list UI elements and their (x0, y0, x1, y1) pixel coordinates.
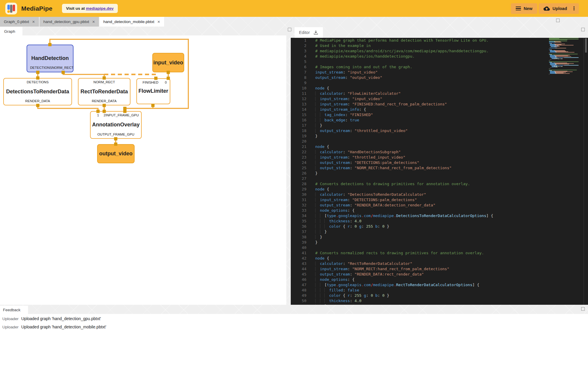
tab-graph[interactable]: Graph (0, 27, 22, 36)
tab-editor[interactable]: Editor (295, 27, 323, 38)
more-options-icon[interactable]: ⋮ (570, 5, 576, 12)
scrollbar-thumb[interactable] (585, 38, 587, 53)
app-title: MediaPipe (21, 5, 53, 12)
feedback-row: Uploader Uploaded graph 'hand_detection_… (0, 316, 588, 325)
in-port-input-frame-gpu[interactable]: INPUT_FRAME_GPU (106, 113, 139, 117)
cloud-upload-icon (543, 6, 550, 11)
graph-node-input-video[interactable]: input_video (152, 53, 184, 72)
mediapipe-dev-link[interactable]: mediapipe.dev (86, 6, 114, 11)
graph-tab-label: Graph (4, 29, 15, 34)
out-port-render-data[interactable]: RENDER_DATA (92, 99, 117, 103)
close-icon[interactable]: ✕ (157, 20, 160, 24)
code-lines[interactable]: # MediaPipe graph that performs hand det… (315, 38, 493, 305)
expand-editor-icon[interactable] (581, 28, 585, 31)
file-tab-label: hand_detection_gpu.pbtxt (43, 19, 89, 24)
node-title: HandDetection (27, 55, 73, 61)
graph-node-rect-to-render-data[interactable]: NORM_RECT RectToRenderData RENDER_DATA (78, 78, 130, 105)
graph-canvas[interactable]: HandDetection DETECTIONS NORM_RECT input… (0, 35, 286, 305)
expand-panel-icon[interactable] (556, 19, 560, 22)
edge-norm-rect (63, 72, 104, 78)
in-port-1[interactable]: 1 (97, 113, 99, 117)
in-port-finished[interactable]: FINISHED (143, 81, 159, 84)
editor-tab-label: Editor (299, 30, 310, 35)
file-tabstrip: Graph_0.pbtxt ✕ hand_detection_gpu.pbtxt… (0, 17, 165, 27)
node-title: FlowLimiter (137, 88, 170, 94)
code-gutter: 1234567891011121314151617181920212223242… (291, 38, 315, 305)
graph-node-annotation-overlay[interactable]: 1 2 INPUT_FRAME_GPU AnnotationOverlay OU… (90, 111, 142, 139)
close-icon[interactable]: ✕ (32, 20, 35, 24)
new-button-label: New (524, 6, 533, 11)
expand-graph-icon[interactable] (288, 28, 291, 31)
feedback-bar: Feedback (0, 306, 588, 314)
in-port-2[interactable]: 2 (104, 113, 105, 117)
file-tab-hand-detection-gpu[interactable]: hand_detection_gpu.pbtxt ✕ (40, 17, 99, 27)
graph-node-hand-detection[interactable]: HandDetection DETECTIONS NORM_RECT (27, 45, 74, 72)
node-title: input_video (153, 60, 183, 66)
node-title: output_video (99, 151, 133, 157)
in-port-norm-rect[interactable]: NORM_RECT (94, 80, 115, 84)
menu-icon (516, 6, 521, 11)
file-tab-hand-detection-mobile[interactable]: hand_detection_mobile.pbtxt ✕ (99, 17, 164, 27)
feedback-tab-label: Feedback (3, 308, 20, 312)
out-port-render-data[interactable]: RENDER_DATA (25, 99, 50, 103)
upload-button[interactable]: Upload ⋮ (539, 3, 579, 14)
feedback-message: Uploaded graph 'hand_detection_mobile.pb… (21, 325, 106, 329)
visit-pill: Visit us at mediapipe.dev (62, 4, 118, 13)
file-tab-graph0[interactable]: Graph_0.pbtxt ✕ (0, 17, 39, 27)
editor-scrollbar[interactable] (584, 38, 588, 305)
feedback-message: Uploaded graph 'hand_detection_gpu.pbtxt… (21, 316, 101, 321)
file-tab-label: Graph_0.pbtxt (4, 19, 29, 24)
code-editor[interactable]: 1234567891011121314151617181920212223242… (291, 38, 588, 305)
editor-minimap[interactable] (549, 38, 579, 74)
mediapipe-logo (5, 3, 17, 14)
visit-text: Visit us at (66, 6, 86, 11)
graph-node-output-video[interactable]: output_video (97, 144, 135, 163)
feedback-log: Uploader Uploaded graph 'hand_detection_… (0, 314, 588, 365)
in-port-0[interactable]: 0 (165, 81, 167, 84)
app-header: MediaPipe Visit us at mediapipe.dev New … (0, 0, 588, 17)
out-port-output-frame-gpu[interactable]: OUTPUT_FRAME_GPU (97, 133, 134, 136)
feedback-row: Uploader Uploaded graph 'hand_detection_… (0, 325, 588, 333)
download-icon[interactable] (313, 30, 319, 35)
graph-node-flow-limiter[interactable]: FINISHED 0 FlowLimiter (136, 78, 170, 104)
node-title: AnnotationOverlay (91, 122, 141, 128)
upload-button-label: Upload (553, 6, 567, 11)
feedback-source: Uploader (2, 325, 21, 329)
edge-detection-render-data (38, 105, 98, 111)
node-title: DetectionsToRenderData (4, 89, 71, 95)
node-title: RectToRenderData (79, 89, 130, 95)
out-port-detections[interactable]: DETECTIONS (30, 66, 52, 69)
close-icon[interactable]: ✕ (92, 20, 95, 24)
new-button[interactable]: New (511, 3, 537, 14)
graph-edges (0, 35, 286, 305)
out-port-norm-rect[interactable]: NORM_RECT (52, 66, 74, 69)
feedback-source: Uploader (2, 317, 21, 321)
mediapipe-logo-icon (5, 3, 17, 14)
graph-node-detections-to-render-data[interactable]: DETECTIONS DetectionsToRenderData RENDER… (3, 78, 72, 105)
in-port-detections[interactable]: DETECTIONS (27, 80, 48, 84)
tab-feedback[interactable]: Feedback (0, 306, 28, 314)
file-tab-label: hand_detection_mobile.pbtxt (103, 19, 154, 24)
